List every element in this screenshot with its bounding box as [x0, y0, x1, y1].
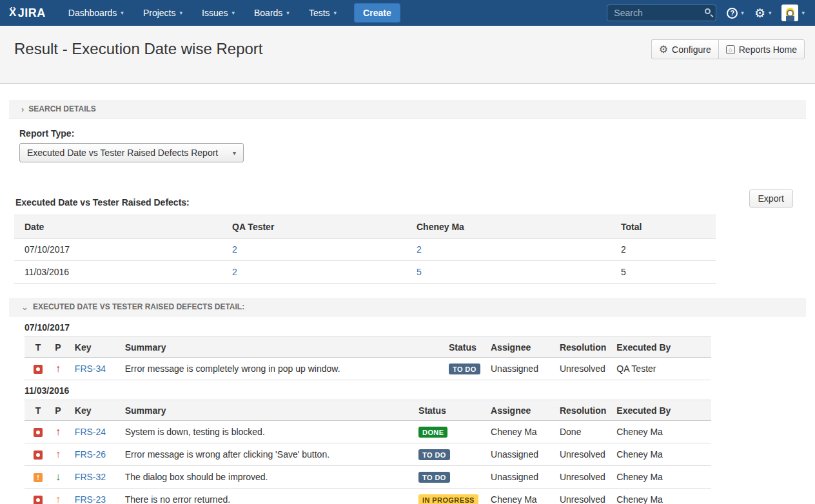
status-badge: TO DO: [418, 449, 450, 460]
assignee-cell: Unassigned: [486, 466, 555, 489]
gear-icon: ⚙: [659, 44, 668, 55]
chevron-down-icon: ⌄: [21, 303, 28, 311]
col-resolution: Resolution: [555, 337, 611, 358]
jira-logo[interactable]: Ẍ JIRA: [9, 6, 46, 20]
detail-section-toggle[interactable]: ⌄ EXECUTED DATE VS TESTER RAISED DEFECTS…: [9, 298, 806, 316]
table-row: ↑ FRS-26 Error message is wrong after cl…: [25, 443, 711, 466]
report-type-value: Executed Date vs Tester Raised Defects R…: [27, 148, 218, 158]
chevron-down-icon: ▾: [286, 10, 290, 16]
col-resolution: Resolution: [555, 400, 611, 421]
col-key: Key: [70, 337, 120, 358]
executed-by-cell: Cheney Ma: [611, 421, 711, 443]
search-box: [607, 5, 716, 21]
resolution-cell: Unresolved: [555, 443, 611, 466]
col-summary: Summary: [120, 337, 444, 358]
col-total: Total: [611, 215, 716, 238]
summary-table: Date QA Tester Cheney Ma Total 07/10/201…: [14, 215, 716, 284]
assignee-cell: Unassigned: [486, 443, 555, 466]
summary-table-title: Executed Date vs Tester Raised Defects:: [15, 197, 190, 208]
total-cell: 2: [611, 238, 716, 261]
total-cell: 5: [611, 261, 716, 284]
col-qa-tester: QA Tester: [222, 215, 406, 238]
table-row: ↑ FRS-24 System is down, testing is bloc…: [25, 421, 711, 443]
search-input[interactable]: [607, 5, 716, 21]
status-badge: IN PROGRESS: [418, 494, 478, 504]
create-button[interactable]: Create: [354, 3, 400, 23]
search-details-label: SEARCH DETAILS: [28, 104, 95, 113]
col-type: T: [25, 337, 46, 358]
nav-projects[interactable]: Projects ▾: [133, 0, 192, 26]
col-priority: P: [46, 337, 70, 358]
nav-dashboards[interactable]: Dashboards ▾: [59, 0, 133, 26]
export-button[interactable]: Export: [749, 189, 793, 208]
priority-up-icon: ↑: [55, 426, 61, 437]
qa-tester-count-link[interactable]: 2: [232, 267, 237, 277]
table-row: ↑ FRS-23 There is no error returned. IN …: [25, 489, 711, 504]
user-menu[interactable]: ▾: [781, 5, 805, 21]
issue-key-link[interactable]: FRS-26: [75, 449, 106, 460]
search-details-toggle[interactable]: › SEARCH DETAILS: [9, 100, 806, 119]
reports-home-icon: ⌂: [726, 45, 735, 54]
status-badge: TO DO: [449, 363, 480, 374]
jira-logo-text: JIRA: [18, 6, 46, 20]
col-executed-by: Executed By: [611, 337, 711, 358]
nav-issues[interactable]: Issues ▾: [192, 0, 244, 26]
chevron-down-icon: ▾: [179, 10, 182, 16]
table-row: ↓ FRS-32 The dialog box should be improv…: [25, 466, 711, 489]
bug-icon: [34, 365, 43, 374]
report-type-select[interactable]: Executed Date vs Tester Raised Defects R…: [19, 143, 244, 162]
bug-icon: [34, 451, 43, 460]
help-menu[interactable]: ? ▾: [727, 8, 744, 19]
summary-cell: The dialog box should be improved.: [120, 466, 413, 489]
priority-up-icon: ↑: [55, 449, 61, 460]
page-header: Result - Execution Date wise Report ⚙ Co…: [0, 26, 815, 84]
priority-up-icon: ↑: [55, 494, 61, 504]
status-badge: DONE: [418, 427, 447, 438]
cheney-ma-count-link[interactable]: 5: [417, 267, 422, 277]
date-cell: 07/10/2017: [14, 238, 222, 261]
issue-key-link[interactable]: FRS-34: [75, 363, 106, 374]
summary-cell: Error message is completely wrong in pop…: [120, 358, 444, 380]
col-date: Date: [14, 215, 222, 238]
col-executed-by: Executed By: [611, 400, 711, 421]
admin-menu[interactable]: ⚙ ▾: [754, 7, 772, 19]
resolution-cell: Unresolved: [555, 466, 611, 489]
summary-header-row: Date QA Tester Cheney Ma Total: [14, 215, 716, 238]
col-priority: P: [46, 400, 70, 421]
priority-down-icon: ↓: [55, 471, 61, 482]
avatar-image: [786, 8, 794, 21]
col-assignee: Assignee: [486, 337, 555, 358]
col-summary: Summary: [120, 400, 413, 421]
reports-home-button[interactable]: ⌂ Reports Home: [718, 39, 805, 59]
nav-tests[interactable]: Tests ▾: [299, 0, 346, 26]
issue-key-link[interactable]: FRS-32: [75, 472, 106, 482]
group-date-heading: 07/10/2017: [25, 322, 815, 333]
top-navbar: Ẍ JIRA Dashboards ▾ Projects ▾ Issues ▾ …: [0, 0, 815, 26]
cheney-ma-count-link[interactable]: 2: [417, 244, 422, 255]
issue-key-link[interactable]: FRS-24: [75, 427, 106, 437]
detail-section-label: EXECUTED DATE VS TESTER RAISED DEFECTS D…: [33, 302, 244, 311]
chevron-down-icon: ▾: [233, 150, 236, 157]
nav-boards[interactable]: Boards ▾: [244, 0, 299, 26]
exclamation-icon: [34, 473, 43, 482]
resolution-cell: Unresolved: [555, 489, 611, 504]
summary-cell: There is no error returned.: [120, 489, 413, 504]
help-icon: ?: [727, 8, 738, 19]
avatar: [781, 5, 798, 21]
configure-button[interactable]: ⚙ Configure: [651, 39, 718, 59]
bug-icon: [34, 496, 43, 504]
resolution-cell: Done: [555, 421, 611, 443]
col-key: Key: [70, 400, 120, 421]
header-button-group: ⚙ Configure ⌂ Reports Home: [651, 39, 805, 59]
executed-by-cell: QA Tester: [611, 358, 711, 380]
assignee-cell: Unassigned: [486, 358, 555, 380]
executed-by-cell: Cheney Ma: [611, 489, 711, 504]
priority-up-icon: ↑: [55, 363, 61, 374]
chevron-right-icon: ›: [21, 105, 24, 113]
report-type-label: Report Type:: [19, 128, 815, 139]
qa-tester-count-link[interactable]: 2: [232, 244, 237, 255]
issue-key-link[interactable]: FRS-23: [75, 494, 106, 504]
assignee-cell: Cheney Ma: [486, 421, 555, 443]
detail-table: T P Key Summary Status Assignee Resoluti…: [25, 336, 711, 380]
detail-table: T P Key Summary Status Assignee Resoluti…: [25, 400, 711, 504]
